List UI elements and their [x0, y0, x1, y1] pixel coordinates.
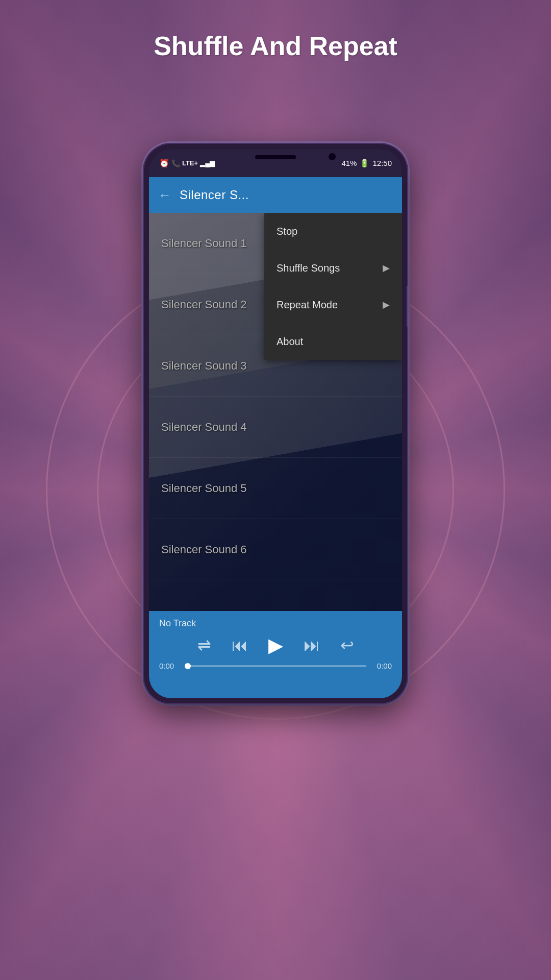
phone-screen: ⏰ 📞 LTE+ ▂▄▆ 41% 🔋 12:50 ← Silencer S... [149, 149, 402, 698]
battery-percent: 41% [341, 159, 357, 167]
page-title: Shuffle And Repeat [0, 31, 551, 61]
speaker-notch [255, 155, 296, 159]
camera [329, 153, 336, 160]
call-icon: 📞 [171, 159, 180, 167]
status-right: 41% 🔋 12:50 [341, 159, 392, 168]
phone-device: ⏰ 📞 LTE+ ▂▄▆ 41% 🔋 12:50 ← Silencer S... [143, 143, 408, 704]
menu-stop-label: Stop [277, 226, 390, 237]
chevron-right-icon: ▶ [383, 299, 390, 310]
play-button[interactable]: ▶ [268, 634, 283, 656]
app-bar: ← Silencer S... [149, 177, 402, 213]
menu-item-about[interactable]: About [264, 323, 402, 360]
player-bar: No Track ⇌ ⏮ ▶ ⏭ ↩ 0:00 0:00 [149, 611, 402, 698]
app-bar-title: Silencer S... [180, 188, 249, 202]
prev-button[interactable]: ⏮ [232, 636, 248, 655]
player-track-label: No Track [159, 618, 392, 629]
time-start: 0:00 [159, 662, 180, 670]
next-button[interactable]: ⏭ [304, 636, 320, 655]
menu-repeat-label: Repeat Mode [277, 299, 383, 311]
song-list-area: Silencer Sound 1 Silencer Sound 2 Silenc… [149, 213, 402, 611]
battery-icon: 🔋 [360, 159, 369, 168]
progress-dot [185, 663, 191, 669]
menu-shuffle-label: Shuffle Songs [277, 262, 383, 274]
alarm-icon: ⏰ [159, 158, 169, 168]
repeat-button[interactable]: ↩ [340, 635, 354, 655]
menu-about-label: About [277, 336, 390, 348]
chevron-right-icon: ▶ [383, 262, 390, 274]
status-left: ⏰ 📞 LTE+ ▂▄▆ [159, 158, 215, 168]
signal-icon: ▂▄▆ [200, 159, 215, 167]
progress-bar[interactable] [185, 665, 366, 667]
side-button [407, 286, 408, 327]
dropdown-menu: Stop Shuffle Songs ▶ Repeat Mode ▶ About [264, 213, 402, 360]
back-button[interactable]: ← [158, 187, 171, 203]
dropdown-overlay[interactable]: Stop Shuffle Songs ▶ Repeat Mode ▶ About [149, 213, 402, 611]
player-controls: ⇌ ⏮ ▶ ⏭ ↩ [159, 634, 392, 656]
menu-item-shuffle[interactable]: Shuffle Songs ▶ [264, 250, 402, 286]
menu-item-repeat[interactable]: Repeat Mode ▶ [264, 286, 402, 323]
status-bar: ⏰ 📞 LTE+ ▂▄▆ 41% 🔋 12:50 [149, 149, 402, 177]
menu-item-stop[interactable]: Stop [264, 213, 402, 250]
lte-label: LTE+ [182, 159, 198, 167]
clock: 12:50 [372, 159, 392, 167]
time-end: 0:00 [371, 662, 392, 670]
progress-row: 0:00 0:00 [159, 662, 392, 670]
shuffle-button[interactable]: ⇌ [197, 635, 211, 655]
